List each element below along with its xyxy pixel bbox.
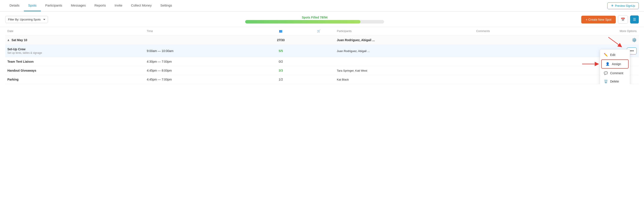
spot-count: 1/2 (279, 78, 283, 81)
table-row: Set-Up Crew Set up tents, tables & signa… (5, 45, 639, 57)
progress-bar-background (245, 20, 384, 24)
collapse-arrow[interactable]: ∧ (8, 39, 9, 42)
th-time: Time (144, 27, 258, 36)
tab-invite[interactable]: Invite (110, 0, 127, 11)
delete-icon: 🗑️ (604, 79, 608, 83)
list-icon: ☰ (633, 18, 636, 21)
spot-participants: Tara Springer, Kati West (334, 66, 474, 75)
th-date: Date (5, 27, 144, 36)
dropdown-item-edit[interactable]: ✏️ Edit (600, 51, 630, 59)
eye-icon: 👁 (611, 4, 614, 8)
cart-icon: 🛒 (317, 29, 320, 33)
table-row: Parking 4:45pm — 7:00pm 1/2 Kat Black (5, 75, 639, 84)
th-participants-label: Participants (334, 27, 474, 36)
spot-participants: Juan Rodriguez, Abigail ... (334, 45, 474, 57)
spots-table-container: Date Time 👥 🛒 Participants Comments More… (0, 27, 644, 84)
gear-icon[interactable]: ⚙️ (632, 38, 636, 42)
calendar-icon: 📅 (621, 18, 625, 21)
spot-name: Parking (8, 78, 142, 81)
options-cell: ••• ✏️ Edit (550, 45, 639, 57)
assign-icon: 👤 (606, 62, 610, 66)
people-icon: 👥 (279, 29, 282, 33)
group-participants: Juan Rodriguez, Abigail ... (334, 36, 474, 45)
spot-name: Team Tent Liaison (8, 60, 142, 63)
group-row-sat-may-10: ∧ Sat May 10 27/33 Juan Rodriguez, Abiga… (5, 36, 639, 45)
spot-name: Set-Up Crew (8, 47, 142, 51)
preview-signup-button[interactable]: 👁 Preview SignUp (607, 3, 639, 9)
spot-desc: Set up tents, tables & signage (8, 51, 142, 54)
filter-select[interactable]: Filter By: Upcoming Spots (5, 16, 48, 23)
spots-progress: Spots Filled 78/94 (53, 16, 576, 24)
dropdown-item-comment[interactable]: 💬 Comment (600, 69, 630, 77)
toolbar-right: + Create New Spot 📅 ☰ (581, 16, 639, 24)
toolbar: Filter By: Upcoming Spots Spots Filled 7… (0, 12, 644, 27)
spot-participants: Kat Black (334, 75, 474, 84)
dropdown-menu: ✏️ Edit (600, 49, 630, 84)
tab-reports[interactable]: Reports (90, 0, 110, 11)
group-count: 27/33 (258, 36, 303, 45)
spot-time: 4:45pm — 8:00pm (144, 66, 258, 75)
spot-count: 0/2 (279, 60, 283, 63)
edit-icon: ✏️ (604, 53, 608, 57)
spot-time: 4:45pm — 7:00pm (144, 75, 258, 84)
tab-spots[interactable]: Spots (24, 0, 41, 11)
tab-collect-money[interactable]: Collect Money (126, 0, 156, 11)
group-gear: ⚙️ (550, 36, 639, 45)
dropdown-item-assign[interactable]: 👤 Assign (601, 59, 628, 69)
spot-time: 4:30pm — 7:00pm (144, 57, 258, 66)
group-date: ∧ Sat May 10 (5, 36, 144, 45)
tab-settings[interactable]: Settings (156, 0, 176, 11)
spots-filled-label: Spots Filled 78/94 (302, 16, 328, 19)
spot-time: 9:00am — 10:00am (144, 45, 258, 57)
table-row: Handout Giveaways 4:45pm — 8:00pm 3/3 Ta… (5, 66, 639, 75)
spot-count: 3/3 (279, 69, 283, 72)
spot-participants (334, 57, 474, 66)
comment-icon: 💬 (604, 71, 608, 75)
th-cart-icon: 🛒 (303, 27, 334, 36)
table-header-row: Date Time 👥 🛒 Participants Comments More… (5, 27, 639, 36)
tab-details[interactable]: Details (5, 0, 24, 11)
tab-participants[interactable]: Participants (41, 0, 66, 11)
th-comments: Comments (474, 27, 550, 36)
th-participants-icon: 👥 (258, 27, 303, 36)
spots-table: Date Time 👥 🛒 Participants Comments More… (5, 27, 639, 84)
progress-bar-fill (245, 20, 360, 24)
th-more-options: More Options (550, 27, 639, 36)
spot-name: Handout Giveaways (8, 69, 142, 72)
create-new-spot-button[interactable]: + Create New Spot (581, 16, 616, 24)
top-navigation: Details Spots Participants Messages Repo… (0, 0, 644, 12)
table-row: Team Tent Liaison 4:30pm — 7:00pm 0/2 (5, 57, 639, 66)
spot-count: 5/5 (279, 49, 283, 53)
list-view-button[interactable]: ☰ (630, 16, 639, 24)
calendar-view-button[interactable]: 📅 (618, 16, 628, 24)
tab-messages[interactable]: Messages (67, 0, 90, 11)
dropdown-item-delete[interactable]: 🗑️ Delete (600, 77, 630, 84)
